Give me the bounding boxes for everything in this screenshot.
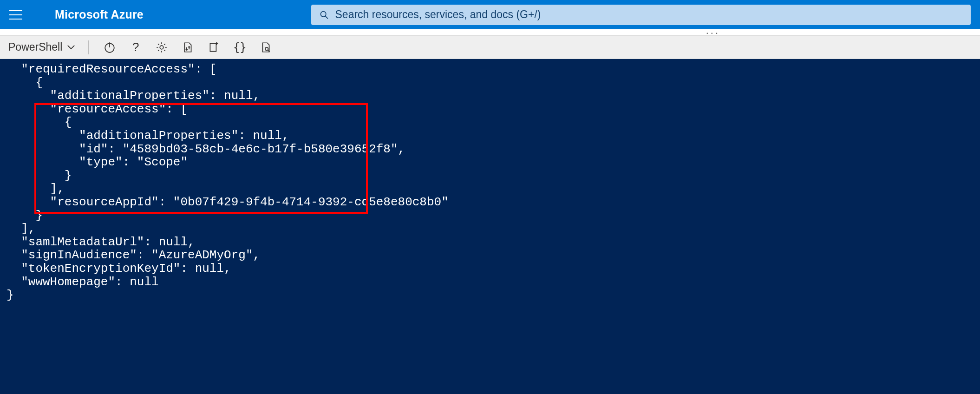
terminal-output: "requiredResourceAccess": [ { "additiona…	[7, 62, 449, 302]
divider	[88, 40, 89, 54]
svg-point-4	[160, 46, 164, 49]
new-session-button[interactable]	[206, 39, 222, 55]
svg-point-7	[265, 47, 268, 51]
breadcrumb-strip: ...	[0, 29, 980, 36]
restart-shell-button[interactable]	[102, 39, 118, 55]
braces-icon: {}	[233, 41, 247, 54]
overflow-icon[interactable]: ...	[706, 29, 720, 32]
svg-line-1	[325, 16, 328, 19]
chevron-down-icon	[67, 45, 75, 50]
search-input[interactable]	[335, 8, 962, 21]
page-search-icon	[260, 41, 272, 53]
menu-icon[interactable]	[9, 10, 22, 20]
svg-point-0	[320, 11, 326, 16]
new-session-icon	[208, 41, 220, 53]
gear-icon	[156, 41, 168, 53]
brand-label: Microsoft Azure	[55, 8, 144, 21]
shell-selector-label: PowerShell	[8, 41, 62, 53]
help-button[interactable]: ?	[128, 39, 144, 55]
settings-button[interactable]	[154, 39, 170, 55]
search-icon	[320, 10, 329, 20]
power-icon	[104, 41, 116, 53]
cloud-shell-terminal[interactable]: "requiredResourceAccess": [ { "additiona…	[0, 59, 980, 394]
azure-header: Microsoft Azure	[0, 0, 980, 29]
help-icon: ?	[132, 40, 139, 54]
file-transfer-icon	[182, 41, 194, 53]
preview-button[interactable]	[258, 39, 274, 55]
global-search[interactable]	[311, 5, 971, 25]
editor-button[interactable]: {}	[232, 39, 248, 55]
cloud-shell-toolbar: PowerShell ? {}	[0, 36, 980, 59]
upload-download-button[interactable]	[180, 39, 196, 55]
shell-selector[interactable]: PowerShell	[8, 41, 75, 53]
